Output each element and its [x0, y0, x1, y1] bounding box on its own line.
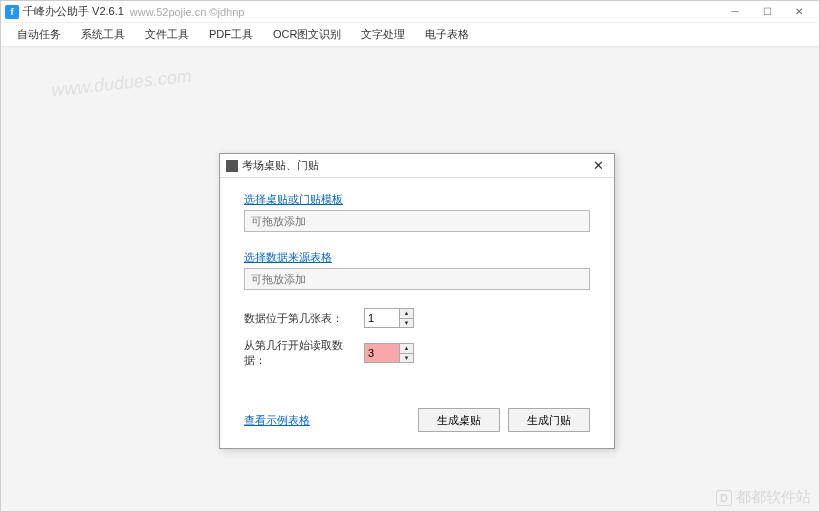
dialog-icon — [226, 160, 238, 172]
exam-sticker-dialog: 考场桌贴、门贴 ✕ 选择桌贴或门贴模板 选择数据来源表格 数据位于第几张表： ▲… — [219, 153, 615, 449]
row-down-icon[interactable]: ▼ — [400, 354, 413, 363]
template-select-link[interactable]: 选择桌贴或门贴模板 — [244, 192, 343, 207]
template-drop-field[interactable] — [244, 210, 590, 232]
footer-logo-icon: D — [716, 490, 732, 506]
start-row-spinner[interactable]: ▲ ▼ — [364, 343, 414, 363]
menu-text[interactable]: 文字处理 — [351, 24, 415, 45]
generate-door-button[interactable]: 生成门贴 — [508, 408, 590, 432]
row-up-icon[interactable]: ▲ — [400, 344, 413, 354]
dialog-title: 考场桌贴、门贴 — [242, 158, 588, 173]
source-select-link[interactable]: 选择数据来源表格 — [244, 250, 332, 265]
generate-desk-button[interactable]: 生成桌贴 — [418, 408, 500, 432]
sheet-down-icon[interactable]: ▼ — [400, 319, 413, 328]
menu-system-tools[interactable]: 系统工具 — [71, 24, 135, 45]
menubar: 自动任务 系统工具 文件工具 PDF工具 OCR图文识别 文字处理 电子表格 — [1, 23, 819, 47]
menu-file-tools[interactable]: 文件工具 — [135, 24, 199, 45]
menu-ocr[interactable]: OCR图文识别 — [263, 24, 351, 45]
source-drop-field[interactable] — [244, 268, 590, 290]
watermark-url: www.dudues.com — [50, 66, 193, 102]
sheet-up-icon[interactable]: ▲ — [400, 309, 413, 319]
start-row-label: 从第几行开始读取数据： — [244, 338, 364, 368]
sheet-index-input[interactable] — [364, 308, 400, 328]
minimize-button[interactable]: ─ — [719, 2, 751, 22]
close-button[interactable]: ✕ — [783, 2, 815, 22]
dialog-titlebar: 考场桌贴、门贴 ✕ — [220, 154, 614, 178]
sheet-index-label: 数据位于第几张表： — [244, 311, 364, 326]
view-example-link[interactable]: 查看示例表格 — [244, 413, 310, 428]
maximize-button[interactable]: ☐ — [751, 2, 783, 22]
app-title: 千峰办公助手 V2.6.1 — [23, 4, 124, 19]
dialog-body: 选择桌贴或门贴模板 选择数据来源表格 数据位于第几张表： ▲ ▼ 从第几行开始读… — [220, 178, 614, 448]
footer-watermark: D 都都软件站 — [716, 488, 811, 507]
start-row-input[interactable] — [364, 343, 400, 363]
sheet-index-spinner[interactable]: ▲ ▼ — [364, 308, 414, 328]
app-icon: f — [5, 5, 19, 19]
footer-watermark-text: 都都软件站 — [736, 488, 811, 507]
menu-pdf-tools[interactable]: PDF工具 — [199, 24, 263, 45]
dialog-close-button[interactable]: ✕ — [588, 158, 608, 173]
workspace: www.dudues.com 考场桌贴、门贴 ✕ 选择桌贴或门贴模板 选择数据来… — [1, 47, 819, 511]
window-titlebar: f 千峰办公助手 V2.6.1 www.52pojie.cn ©jdhnp ─ … — [1, 1, 819, 23]
menu-spreadsheet[interactable]: 电子表格 — [415, 24, 479, 45]
app-subtitle: www.52pojie.cn ©jdhnp — [130, 6, 245, 18]
menu-auto-task[interactable]: 自动任务 — [7, 24, 71, 45]
